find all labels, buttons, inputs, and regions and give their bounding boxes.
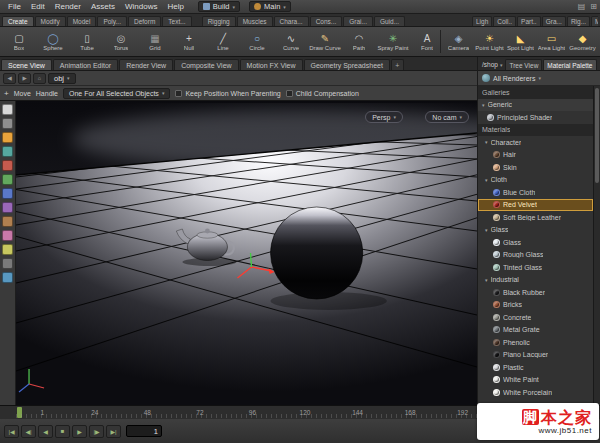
shelf-tab[interactable]: Guid... xyxy=(374,16,405,26)
expand-icon[interactable]: ▾ xyxy=(485,277,488,283)
shelf-tool-button[interactable]: ◆ Geometry xyxy=(567,28,598,55)
network-path-chip[interactable]: obj ▾ xyxy=(48,73,76,84)
material-row[interactable]: ▾ Plastic xyxy=(478,361,593,374)
shelf-tool-button[interactable]: ◠ Path xyxy=(342,28,376,55)
scrollbar-thumb[interactable] xyxy=(595,88,599,183)
handle-mode-select[interactable]: One For All Selected Objects ▾ xyxy=(63,88,170,99)
handle-label[interactable]: Handle xyxy=(36,90,58,97)
material-row[interactable]: ▾ Metal Grate xyxy=(478,324,593,337)
menu-item[interactable]: File xyxy=(3,2,26,11)
shelf-tool-button[interactable]: ✎ Draw Curve xyxy=(308,28,342,55)
scene-selector[interactable]: Main ▾ xyxy=(249,1,291,12)
toolstrip-icon[interactable] xyxy=(2,244,13,255)
material-row[interactable]: ▾ Glass xyxy=(478,236,593,249)
viewport-3d[interactable]: Persp ▾ No cam ▾ xyxy=(16,101,477,405)
menu-item[interactable]: Help xyxy=(162,2,188,11)
pane-tab[interactable]: Scene View xyxy=(1,59,52,70)
shelf-tab[interactable]: Grai... xyxy=(343,16,373,26)
pane-tab[interactable]: Animation Editor xyxy=(53,59,118,70)
shelf-tool-button[interactable]: ▢ Box xyxy=(2,28,36,55)
shelf-tab[interactable]: Model xyxy=(67,16,97,26)
playback-button[interactable]: |◀ xyxy=(4,425,19,438)
shelf-tool-button[interactable]: ◎ Torus xyxy=(104,28,138,55)
toolstrip-icon[interactable] xyxy=(2,118,13,129)
material-row[interactable]: ▾ Galleries xyxy=(478,86,593,99)
playback-button[interactable]: ■ xyxy=(55,425,70,438)
playback-button[interactable]: ▶ xyxy=(72,425,87,438)
playback-button[interactable]: ◀| xyxy=(21,425,36,438)
shelf-tool-button[interactable]: ◯ Sphere xyxy=(36,28,70,55)
panes-icon[interactable]: ▤ xyxy=(578,2,586,11)
toolstrip-icon[interactable] xyxy=(2,160,13,171)
toolstrip-icon[interactable] xyxy=(2,258,13,269)
material-row[interactable]: ▾ Hair xyxy=(478,149,593,162)
shelf-tool-button[interactable]: ╱ Line xyxy=(206,28,240,55)
material-row[interactable]: ▾ Red Velvet xyxy=(478,199,593,212)
toolstrip-icon[interactable] xyxy=(2,272,13,283)
material-row[interactable]: ▾ White Paint xyxy=(478,374,593,387)
right-pane-tab[interactable]: Material Palette xyxy=(543,59,596,70)
material-row[interactable]: ▾ Soft Beige Leather xyxy=(478,211,593,224)
material-row[interactable]: ▾ Industrial xyxy=(478,274,593,287)
shelf-tool-button[interactable]: ○ Circle xyxy=(240,28,274,55)
view-menu-persp[interactable]: Persp ▾ xyxy=(365,111,403,123)
add-pane-tab-button[interactable]: + xyxy=(391,59,404,70)
material-row[interactable]: ▾ Character xyxy=(478,136,593,149)
right-pane-tab[interactable]: Tree View xyxy=(505,59,542,70)
shelf-tab[interactable]: Deform xyxy=(128,16,161,26)
menu-item[interactable]: Edit xyxy=(26,2,50,11)
shelf-tool-button[interactable]: ☀ Point Light xyxy=(474,28,505,55)
material-row[interactable]: ▾ Tinted Glass xyxy=(478,261,593,274)
right-shelf-tab[interactable]: Gra... xyxy=(542,16,566,26)
material-row[interactable]: ▾ Black Rubber xyxy=(478,286,593,299)
material-row[interactable]: ▾ Blue Cloth xyxy=(478,186,593,199)
material-row[interactable]: ▾ Generic xyxy=(478,99,593,112)
keep-position-checkbox[interactable]: Keep Position When Parenting xyxy=(175,90,280,97)
menu-item[interactable]: Assets xyxy=(86,2,120,11)
shelf-tab[interactable]: Chara... xyxy=(274,16,309,26)
pane-tab[interactable]: Geometry Spreadsheet xyxy=(304,59,390,70)
shelf-tool-button[interactable]: ◣ Spot Light xyxy=(505,28,536,55)
toolstrip-icon[interactable] xyxy=(2,188,13,199)
shelf-tool-button[interactable]: + Null xyxy=(172,28,206,55)
shelf-tab[interactable]: Modify xyxy=(35,16,66,26)
material-row[interactable]: ▾ Skin xyxy=(478,161,593,174)
viewport-3d-scene[interactable] xyxy=(16,101,477,405)
toolstrip-icon[interactable] xyxy=(2,216,13,227)
forward-button[interactable]: ▶ xyxy=(18,73,31,84)
right-shelf-tab[interactable]: Mus... xyxy=(591,16,598,26)
right-shelf-tab[interactable]: Coll.. xyxy=(493,16,516,26)
pane-tab[interactable]: Motion FX View xyxy=(240,59,303,70)
shelf-tab[interactable]: Create xyxy=(2,16,34,26)
toolstrip-icon[interactable] xyxy=(2,174,13,185)
playback-button[interactable]: ▶| xyxy=(106,425,121,438)
shelf-tab[interactable]: Cons... xyxy=(310,16,343,26)
shelf-tab[interactable]: Rigging xyxy=(202,16,236,26)
desktop-selector[interactable]: Build ▾ xyxy=(198,1,240,12)
shelf-tool-button[interactable]: ▯ Tube xyxy=(70,28,104,55)
renderer-filter[interactable]: All Renderers ▾ xyxy=(478,71,600,86)
pane-tab[interactable]: Composite View xyxy=(174,59,238,70)
material-row[interactable]: ▾ Cloth xyxy=(478,174,593,187)
home-button[interactable]: ⌂ xyxy=(33,73,46,84)
material-row[interactable]: ▾ White Porcelain xyxy=(478,386,593,399)
toolstrip-icon[interactable] xyxy=(2,202,13,213)
shelf-tab[interactable]: Text... xyxy=(162,16,191,26)
shop-path-chip[interactable]: /shop ▾ xyxy=(479,61,505,70)
toolstrip-icon[interactable] xyxy=(2,230,13,241)
menu-item[interactable]: Windows xyxy=(120,2,162,11)
current-frame-field[interactable]: 1 xyxy=(126,425,162,437)
camera-select[interactable]: No cam ▾ xyxy=(425,111,469,123)
toolstrip-icon[interactable] xyxy=(2,104,13,115)
playback-button[interactable]: ◀ xyxy=(38,425,53,438)
playhead[interactable] xyxy=(17,407,22,418)
right-shelf-tab[interactable]: Part.. xyxy=(517,16,541,26)
layout-grid-icon[interactable]: ⊞ xyxy=(590,2,597,11)
shelf-tool-button[interactable]: ◈ Camera xyxy=(443,28,474,55)
child-compensation-checkbox[interactable]: Child Compensation xyxy=(286,90,359,97)
shelf-tool-button[interactable]: ∿ Curve xyxy=(274,28,308,55)
material-row[interactable]: ▾ Glass xyxy=(478,224,593,237)
shelf-tab[interactable]: Muscles xyxy=(237,16,273,26)
material-row[interactable]: ▾ Principled Shader xyxy=(478,111,593,124)
expand-icon[interactable]: ▾ xyxy=(482,102,485,108)
